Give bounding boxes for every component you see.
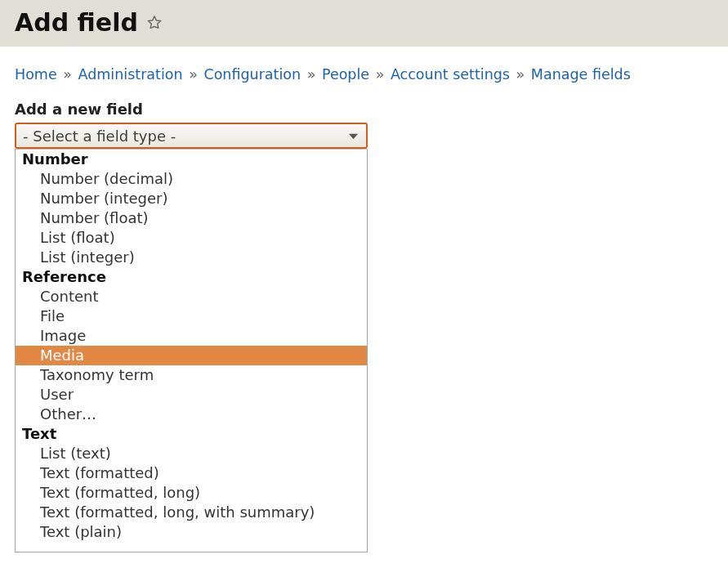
field-type-option[interactable]: User xyxy=(16,385,367,405)
breadcrumb-separator: » xyxy=(185,66,203,83)
field-type-option[interactable]: Media xyxy=(16,346,367,365)
title-row: Add field xyxy=(15,8,713,37)
optgroup-label: Reference xyxy=(16,267,367,287)
field-type-select[interactable]: - Select a field type - xyxy=(15,123,368,149)
field-type-option[interactable]: File xyxy=(16,306,367,326)
breadcrumb-link[interactable]: People xyxy=(322,66,369,83)
field-type-option[interactable]: List (text) xyxy=(16,444,367,463)
optgroup-label: Number xyxy=(16,150,367,169)
field-type-option[interactable]: List (float) xyxy=(16,228,367,248)
field-type-option[interactable]: Number (decimal) xyxy=(16,169,367,189)
field-type-select-value: - Select a field type - xyxy=(23,127,176,145)
breadcrumb-separator: » xyxy=(302,66,320,83)
field-type-option[interactable]: List (integer) xyxy=(16,248,367,267)
add-field-form: Add a new field - Select a field type - … xyxy=(0,101,728,552)
breadcrumb-link[interactable]: Administration xyxy=(78,66,183,83)
field-type-select-wrap: - Select a field type - NumberNumber (de… xyxy=(15,123,368,552)
field-type-option[interactable]: Taxonomy term xyxy=(16,365,367,385)
field-type-option[interactable]: Text (formatted, long) xyxy=(16,483,367,503)
field-type-dropdown[interactable]: NumberNumber (decimal)Number (integer)Nu… xyxy=(15,149,368,552)
page-header: Add field xyxy=(0,0,728,47)
breadcrumb-separator: » xyxy=(59,66,77,83)
field-type-option[interactable]: Content xyxy=(16,287,367,306)
caret-down-icon xyxy=(349,127,358,145)
optgroup-label: Text xyxy=(16,424,367,444)
breadcrumb-link[interactable]: Configuration xyxy=(203,66,301,83)
breadcrumb-link[interactable]: Manage fields xyxy=(531,66,631,83)
field-type-option[interactable]: Text (formatted, long, with summary) xyxy=(16,503,367,522)
page-title: Add field xyxy=(15,8,138,37)
field-type-option[interactable]: Image xyxy=(16,326,367,346)
breadcrumb: Home » Administration » Configuration » … xyxy=(0,47,728,101)
breadcrumb-link[interactable]: Account settings xyxy=(391,66,510,83)
breadcrumb-separator: » xyxy=(371,66,389,83)
field-type-option[interactable]: Other… xyxy=(16,405,367,424)
field-type-label: Add a new field xyxy=(15,101,713,118)
field-type-option[interactable]: Number (integer) xyxy=(16,189,367,208)
field-type-option[interactable]: Text (plain) xyxy=(16,522,367,542)
star-outline-icon[interactable] xyxy=(145,13,164,33)
breadcrumb-link[interactable]: Home xyxy=(15,66,57,83)
field-type-option[interactable]: Text (formatted) xyxy=(16,463,367,483)
breadcrumb-separator: » xyxy=(511,66,529,83)
field-type-option[interactable]: Number (float) xyxy=(16,208,367,228)
